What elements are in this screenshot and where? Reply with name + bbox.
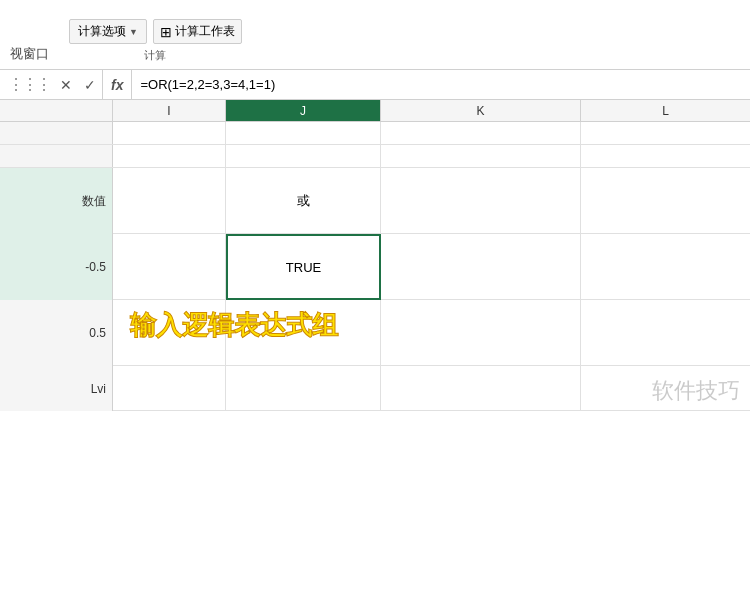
- cell-i4[interactable]: [113, 234, 226, 300]
- formula-fx-label[interactable]: fx: [102, 70, 132, 99]
- cell-j1[interactable]: [226, 122, 381, 144]
- table-row: 数值 或: [0, 168, 750, 234]
- ribbon: 视窗口 计算选项 ▼ ⊞ 计算工作表 计算: [0, 0, 750, 70]
- cell-i2[interactable]: [113, 145, 226, 167]
- cell-l5[interactable]: [581, 300, 750, 366]
- table-row: 0.5 输入逻辑表达式组: [0, 300, 750, 366]
- cell-i5[interactable]: [113, 300, 226, 366]
- cell-l1[interactable]: [581, 122, 750, 144]
- row-header-pos05: 0.5: [0, 300, 113, 366]
- row-header-1: [0, 122, 113, 144]
- cell-k3[interactable]: [381, 168, 581, 234]
- cell-k2[interactable]: [381, 145, 581, 167]
- row-header-lvi: Lvi: [0, 366, 113, 411]
- grid-rows: 数值 或 -0.5 TRUE 0.5: [0, 122, 750, 411]
- calc-options-dropdown-arrow: ▼: [129, 27, 138, 37]
- spreadsheet-grid: I J K L 数: [0, 100, 750, 570]
- formula-bar-dots: ⋮⋮⋮: [4, 75, 54, 94]
- cell-i1[interactable]: [113, 122, 226, 144]
- ribbon-calc-group-label: 计算: [144, 48, 166, 63]
- table-row: Lvi 软件技巧: [0, 366, 750, 411]
- calc-options-label: 计算选项: [78, 23, 126, 40]
- ribbon-group-calculate: 计算选项 ▼ ⊞ 计算工作表 计算: [69, 19, 242, 63]
- ribbon-group-view: 视窗口: [10, 45, 49, 63]
- view-window-label: 视窗口: [10, 45, 49, 63]
- cell-k5[interactable]: [381, 300, 581, 366]
- table-row: [0, 145, 750, 168]
- table-row: [0, 122, 750, 145]
- col-header-j[interactable]: J: [226, 100, 381, 121]
- formula-confirm-button[interactable]: ✓: [78, 77, 102, 93]
- corner-spacer: [0, 100, 113, 121]
- column-headers: I J K L: [0, 100, 750, 122]
- cell-k6[interactable]: [381, 366, 581, 411]
- calc-worksheet-icon: ⊞: [160, 24, 172, 40]
- row-header-neg05: -0.5: [0, 234, 113, 300]
- cell-j3[interactable]: 或: [226, 168, 381, 234]
- formula-cancel-button[interactable]: ✕: [54, 77, 78, 93]
- col-header-l[interactable]: L: [581, 100, 750, 121]
- col-header-k[interactable]: K: [381, 100, 581, 121]
- calc-worksheet-button[interactable]: ⊞ 计算工作表: [153, 19, 242, 44]
- cell-j5[interactable]: [226, 300, 381, 366]
- cell-j2[interactable]: [226, 145, 381, 167]
- ribbon-view-buttons: 视窗口: [10, 45, 49, 63]
- formula-bar: ⋮⋮⋮ ✕ ✓ fx: [0, 70, 750, 100]
- calc-worksheet-label: 计算工作表: [175, 23, 235, 40]
- row-header-shuzhi: 数值: [0, 168, 113, 234]
- cell-k4[interactable]: [381, 234, 581, 300]
- cell-l4[interactable]: [581, 234, 750, 300]
- table-row: -0.5 TRUE: [0, 234, 750, 300]
- formula-input[interactable]: [132, 77, 746, 92]
- cell-i3[interactable]: [113, 168, 226, 234]
- cell-l6[interactable]: [581, 366, 750, 411]
- col-header-i[interactable]: I: [113, 100, 226, 121]
- cell-k1[interactable]: [381, 122, 581, 144]
- cell-l2[interactable]: [581, 145, 750, 167]
- calc-options-button[interactable]: 计算选项 ▼: [69, 19, 147, 44]
- cell-i6[interactable]: [113, 366, 226, 411]
- ribbon-calc-buttons: 计算选项 ▼ ⊞ 计算工作表: [69, 19, 242, 44]
- cell-j6[interactable]: [226, 366, 381, 411]
- cell-l3[interactable]: [581, 168, 750, 234]
- cell-j4-selected[interactable]: TRUE: [226, 234, 381, 300]
- row-header-2: [0, 145, 113, 167]
